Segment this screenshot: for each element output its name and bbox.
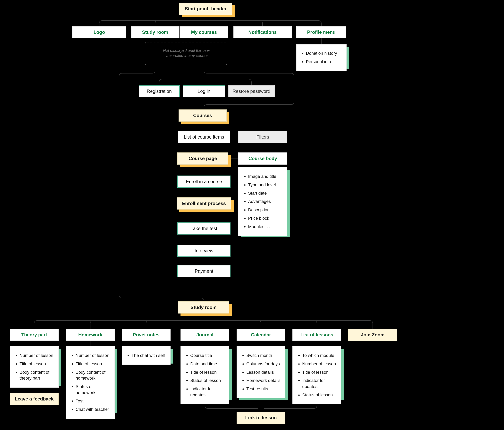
node-enroll: Enroll in a course (177, 175, 231, 188)
node-notifications: Notifications (234, 26, 292, 38)
list-item: Homework details (246, 378, 281, 384)
head-journal: Journal (180, 329, 229, 341)
node-courses: Courses (179, 110, 227, 122)
panel-lessons: To which moduleNumber of lessonTitle of … (292, 346, 341, 404)
note-not-enrolled: Not displayed until the user is enrolled… (150, 46, 223, 60)
list-item: Body content of homework (76, 369, 110, 382)
node-profile-menu: Profile menu (296, 26, 346, 38)
list-item: Advantages (248, 199, 282, 205)
node-take-test: Take the test (177, 222, 231, 235)
list-item: Date and time (190, 361, 225, 367)
list-item: Status of lesson (190, 378, 225, 384)
panel-calendar: Switch monthColumns for daysLesson detai… (237, 346, 285, 398)
head-theory: Theory part (10, 329, 59, 341)
list-item: Test results (246, 386, 281, 392)
list-item: Status of homework (76, 384, 110, 396)
node-interview: Interview (177, 245, 231, 257)
head-lessons: List of lessons (292, 329, 341, 341)
node-list-courses: List of course items (178, 131, 230, 143)
list-item: Switch month (246, 353, 281, 359)
list-item: Title of lesson (76, 361, 110, 367)
list-item: Title of lesson (19, 361, 54, 367)
node-my-courses: My courses (180, 26, 228, 38)
list-item: Description (248, 207, 282, 213)
list-item: Test (76, 398, 110, 404)
node-restore-password: Restore password (228, 85, 275, 97)
panel-notes: The chat with self (122, 346, 171, 365)
panel-course-body: Image and titleType and levelStart dateA… (238, 167, 287, 236)
list-item: The chat with self (131, 353, 166, 359)
panel-journal: Course titleDate and timeTitle of lesson… (180, 346, 229, 404)
list-item: Donation history (306, 50, 342, 56)
node-study-room-nav: Study room (131, 26, 179, 38)
node-registration: Registration (139, 85, 180, 97)
head-notes: Privet notes (122, 329, 171, 341)
list-item: Number of lesson (19, 353, 54, 359)
list-item: Start date (248, 190, 282, 196)
list-item: Image and title (248, 174, 282, 180)
list-item: Body content of theory part (19, 369, 54, 382)
node-course-body-head: Course body (238, 152, 287, 165)
head-calendar: Calendar (237, 329, 285, 341)
list-item: To which module (302, 353, 337, 359)
list-item: Modules list (248, 224, 282, 230)
list-item: Chat with teacher (76, 407, 110, 413)
panel-profile-items: Donation historyPersonal info (296, 44, 347, 71)
list-item: Personal info (306, 59, 342, 65)
list-item: Type and level (248, 182, 282, 188)
list-item: Number of lesson (302, 361, 337, 367)
list-item: Title of lesson (190, 369, 225, 375)
list-item: Number of lesson (76, 353, 110, 359)
node-enrollment-process: Enrollment process (177, 197, 231, 210)
node-login: Log in (183, 85, 225, 97)
list-item: Indicator for updates (190, 386, 225, 398)
node-join-zoom: Join Zoom (348, 329, 397, 341)
list-item: Lesson details (246, 369, 281, 375)
node-filters: Filters (238, 131, 287, 143)
node-course-page: Course page (177, 152, 228, 165)
panel-theory: Number of lessonTitle of lessonBody cont… (10, 346, 59, 388)
panel-homework: Number of lessonTitle of lessonBody cont… (66, 346, 115, 419)
list-item: Price block (248, 215, 282, 221)
head-homework: Homework (66, 329, 115, 341)
node-logo: Logo (72, 26, 126, 38)
list-item: Columns for days (246, 361, 281, 367)
node-start: Start point: header (179, 3, 232, 15)
node-leave-feedback: Leave a feedback (10, 393, 59, 405)
list-item: Status of lesson (302, 392, 337, 398)
node-link-lesson: Link to lesson (237, 412, 285, 424)
list-item: Course title (190, 353, 225, 359)
list-item: Indicator for updates (302, 378, 337, 390)
node-study-room: Study room (178, 302, 229, 313)
list-item: Title of lesson (302, 369, 337, 375)
node-payment: Payment (177, 265, 231, 277)
